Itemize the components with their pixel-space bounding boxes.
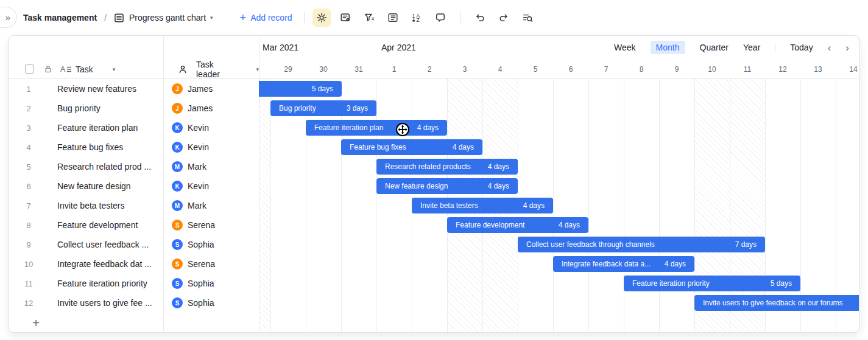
row-number: 6 (9, 182, 48, 191)
sort-icon-button[interactable]: 1AZ (408, 9, 426, 27)
task-name-cell[interactable]: Feature iteration plan (48, 123, 163, 133)
comment-icon-button[interactable] (431, 9, 450, 27)
zoom-option-year[interactable]: Year (743, 43, 760, 52)
bar-task-label: Bug priority (279, 104, 316, 113)
task-column-chevron-down-icon[interactable]: ▾ (113, 66, 116, 72)
task-leader-cell[interactable]: SSerena (163, 258, 259, 269)
breadcrumb-separator: / (104, 13, 107, 23)
gantt-bar[interactable]: New feature design4 days (376, 178, 518, 194)
leader-name: Kevin (188, 142, 209, 152)
table-footer: + (9, 313, 859, 333)
next-period-button[interactable]: › (845, 43, 849, 53)
task-name-cell[interactable]: Bug priority (48, 103, 163, 113)
svg-text:Z: Z (416, 17, 419, 23)
leader-column-header[interactable]: Task leader (196, 60, 229, 79)
task-name-cell[interactable]: Integrate feedback dat ... (48, 259, 163, 269)
task-leader-cell[interactable]: JJames (163, 83, 259, 94)
gantt-bar[interactable]: Bug priority3 days (270, 100, 376, 116)
view-name[interactable]: Progress gantt chart (129, 13, 206, 23)
zoom-option-quarter[interactable]: Quarter (700, 43, 729, 52)
gantt-bar[interactable]: Invite users to give feedback on our for… (694, 295, 859, 311)
row-number: 9 (9, 240, 48, 249)
leader-name: Serena (188, 259, 215, 269)
task-name-cell[interactable]: Feature bug fixes (48, 142, 163, 152)
task-name-cell[interactable]: Invite beta testers (48, 201, 163, 210)
table-row[interactable]: 1Review new featuresJJames (9, 79, 259, 99)
table-row[interactable]: 5Research related prod ...MMark (9, 157, 259, 176)
view-switch-chevron-down-icon[interactable]: ▾ (210, 15, 213, 21)
task-name-cell[interactable]: New feature design (48, 181, 163, 191)
zoom-option-month[interactable]: Month (651, 41, 685, 54)
zoom-option-week[interactable]: Week (614, 43, 636, 52)
gantt-bar[interactable]: Collect user feedback through channels7 … (518, 237, 765, 252)
task-name-cell[interactable]: Collect user feedback ... (48, 240, 163, 249)
bar-task-label: Collect user feedback through channels (526, 240, 655, 249)
avatar: J (172, 83, 183, 94)
gantt-bar[interactable]: Feature development4 days (447, 217, 588, 233)
gantt-bar[interactable]: Feature bug fixes4 days (341, 139, 482, 155)
task-column-header[interactable]: Task (76, 64, 93, 74)
gantt-bar[interactable]: Integrate feedback data a...4 days (553, 256, 694, 272)
gantt-bar[interactable]: 5 days (259, 81, 342, 97)
gantt-bar[interactable]: Feature iteration plan4 days (306, 120, 447, 136)
task-leader-cell[interactable]: MMark (163, 161, 259, 172)
task-leader-cell[interactable]: SSophia (163, 297, 259, 308)
day-label: 29 (270, 65, 306, 74)
table-row[interactable]: 9Collect user feedback ...SSophia (9, 235, 259, 254)
task-name-cell[interactable]: Feature development (48, 220, 163, 230)
table-row[interactable]: 12Invite users to give fee ...SSophia (9, 293, 259, 313)
lock-icon (44, 64, 52, 74)
search-records-icon-button[interactable] (518, 9, 537, 27)
task-leader-cell[interactable]: KKevin (163, 122, 259, 133)
today-button[interactable]: Today (790, 43, 813, 52)
task-name-cell[interactable]: Research related prod ... (48, 162, 163, 172)
undo-icon-button[interactable] (471, 9, 489, 27)
task-leader-cell[interactable]: SSerena (163, 220, 259, 231)
gantt-bar[interactable]: Feature iteration priority5 days (624, 276, 800, 291)
group-icon-button[interactable] (384, 9, 402, 27)
row-number: 7 (9, 201, 48, 210)
table-row[interactable]: 11Feature iteration prioritySSophia (9, 274, 259, 293)
day-label: 7 (588, 65, 624, 74)
table-row[interactable]: 8Feature developmentSSerena (9, 215, 259, 235)
day-label: 31 (341, 65, 376, 74)
table-row[interactable]: 3Feature iteration planKKevin (9, 118, 259, 137)
table-row[interactable]: 10Integrate feedback dat ...SSerena (9, 254, 259, 274)
task-leader-cell[interactable]: SSophia (163, 239, 259, 250)
bar-task-label: Research related products (385, 162, 471, 171)
toolbar-divider (460, 12, 460, 23)
redo-icon-button[interactable] (495, 9, 513, 27)
day-label: 3 (447, 65, 482, 74)
leader-name: James (188, 84, 213, 94)
bar-duration-label: 4 days (559, 221, 580, 229)
add-row-button[interactable]: + (32, 316, 40, 329)
base-title[interactable]: Task management (23, 13, 97, 23)
task-name-cell[interactable]: Invite users to give fee ... (48, 298, 163, 308)
breadcrumb: Task management / Progress gantt chart ▾ (23, 13, 213, 23)
task-leader-cell[interactable]: SSophia (163, 278, 259, 289)
task-leader-cell[interactable]: KKevin (163, 142, 259, 153)
gantt-bar[interactable]: Research related products4 days (376, 159, 518, 175)
svg-text:A: A (60, 65, 66, 74)
controls-divider (775, 43, 775, 52)
task-leader-cell[interactable]: KKevin (163, 181, 259, 192)
select-all-checkbox[interactable] (25, 64, 34, 74)
add-record-button[interactable]: + Add record (240, 12, 292, 23)
table-row[interactable]: 4Feature bug fixesKKevin (9, 137, 259, 157)
avatar: S (172, 258, 183, 269)
table-row[interactable]: 2Bug priorityJJames (9, 99, 259, 118)
task-name-cell[interactable]: Feature iteration priority (48, 279, 163, 288)
settings-icon-button[interactable] (312, 9, 331, 27)
task-leader-cell[interactable]: MMark (163, 200, 259, 211)
gantt-bar[interactable]: Invite beta testers4 days (412, 198, 553, 213)
prev-period-button[interactable]: ‹ (828, 43, 831, 53)
leader-name: James (188, 103, 213, 113)
filter-icon-button[interactable] (360, 9, 378, 27)
leader-name: Mark (188, 201, 206, 210)
sidebar-expand-button[interactable]: » (0, 7, 17, 28)
task-name-cell[interactable]: Review new features (48, 84, 163, 94)
table-row[interactable]: 6New feature designKKevin (9, 176, 259, 196)
table-row[interactable]: 7Invite beta testersMMark (9, 196, 259, 215)
record-settings-icon-button[interactable] (336, 9, 355, 27)
task-leader-cell[interactable]: JJames (163, 103, 259, 114)
